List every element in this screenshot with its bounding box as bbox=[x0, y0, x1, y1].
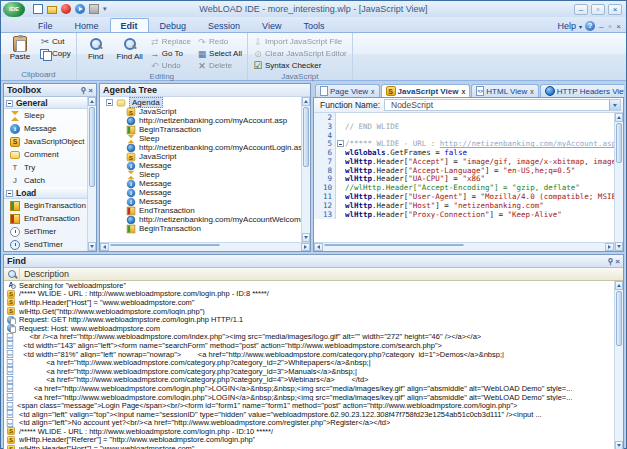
code-line[interactable]: 4 bbox=[314, 131, 614, 140]
toolbox-item[interactable]: Message bbox=[4, 122, 87, 135]
tab-home[interactable]: Home bbox=[64, 18, 110, 32]
find-result-row[interactable]: <a href="http://www.webloadmpstore.com/l… bbox=[4, 393, 614, 402]
go-to-button[interactable]: →Go To bbox=[148, 48, 193, 59]
editor-vscrollbar[interactable] bbox=[614, 113, 623, 251]
pin-icon[interactable]: ⚲ bbox=[80, 86, 86, 95]
code-line[interactable]: 2 bbox=[314, 113, 614, 122]
code-line[interactable]: 9wlHttp.Header["UA-CPU"] = "x86" bbox=[314, 175, 614, 184]
tab-http-headers-view[interactable]: HTTP Headers View x bbox=[540, 84, 624, 97]
tree-item[interactable]: http://netizenbanking.com/myAccountWelco… bbox=[100, 215, 301, 224]
clear-javascript-editor-button[interactable]: ⊘Clear JavaScript Editor bbox=[251, 48, 349, 59]
agenda-hscrollbar[interactable] bbox=[100, 242, 310, 251]
tab-close-icon[interactable]: x bbox=[371, 88, 375, 95]
tree-item[interactable]: JavaScript bbox=[100, 107, 301, 116]
help-dropdown-icon[interactable]: ▾ bbox=[579, 23, 582, 30]
fold-icon[interactable] bbox=[337, 140, 344, 147]
find-result-row[interactable]: Request: GET http://www.webloadmpstore.c… bbox=[4, 315, 614, 324]
editor-hscrollbar[interactable] bbox=[314, 242, 614, 251]
code-line[interactable]: 11wlHttp.Header["User-Agent"] = "Mozilla… bbox=[314, 192, 614, 201]
find-column-header[interactable]: Description bbox=[4, 268, 623, 281]
close-icon[interactable]: × bbox=[615, 257, 620, 266]
syntax-checker-button[interactable]: ☑Syntax Checker bbox=[251, 60, 349, 71]
find-result-row[interactable]: <a href="http://www.webloadmpstore.com/l… bbox=[4, 384, 614, 393]
find-result-row[interactable]: /***** WLIDE - URL : http://www.webloadm… bbox=[4, 290, 614, 299]
mdi-restore-button[interactable]: ▫ bbox=[607, 22, 612, 31]
tree-item[interactable]: EndTransaction bbox=[100, 206, 301, 215]
toolbox-item[interactable]: Catch bbox=[4, 174, 87, 187]
pin-icon[interactable]: ⚲ bbox=[607, 257, 613, 266]
mdi-minimize-button[interactable]: – bbox=[598, 22, 604, 31]
cut-button[interactable]: ✂Cut bbox=[38, 36, 73, 47]
toolbox-section-header[interactable]: Load bbox=[4, 187, 87, 199]
close-icon[interactable]: × bbox=[88, 86, 93, 95]
tab-close-icon[interactable]: x bbox=[530, 88, 534, 95]
tab-view[interactable]: View bbox=[251, 18, 292, 32]
find-result-row[interactable]: wlHttp.Header["Host"] = "www.webloadmpst… bbox=[4, 298, 614, 307]
find-button[interactable]: Find bbox=[80, 34, 112, 61]
collapse-icon[interactable] bbox=[6, 190, 13, 197]
tree-root[interactable]: Agenda bbox=[100, 98, 301, 107]
tab-javascript-view[interactable]: JavaScript View x bbox=[381, 84, 471, 97]
redo-button[interactable]: ↷Redo bbox=[195, 36, 244, 47]
minimize-button[interactable]: – bbox=[574, 4, 588, 15]
find-all-button[interactable]: Find All bbox=[114, 34, 146, 61]
tab-session[interactable]: Session bbox=[197, 18, 251, 32]
code-line[interactable]: 3// END WLIDE bbox=[314, 122, 614, 131]
paste-button[interactable]: Paste bbox=[4, 34, 36, 61]
tree-item[interactable]: JavaScript bbox=[100, 152, 301, 161]
copy-button[interactable]: Copy bbox=[38, 48, 73, 59]
tab-close-icon[interactable]: x bbox=[461, 88, 465, 95]
code-line[interactable]: 6wlGlobals.GetFrames = false bbox=[314, 148, 614, 157]
find-result-row[interactable]: /***** WLIDE - URL : http://www.webloadm… bbox=[4, 427, 614, 436]
tree-item[interactable]: Message bbox=[100, 161, 301, 170]
tree-item[interactable]: http://netizenbanking.com/myAccountLogin… bbox=[100, 143, 301, 152]
play-icon[interactable] bbox=[75, 4, 85, 14]
find-result-row[interactable]: wlHttp.Header["Host"] = "www.webloadmpst… bbox=[4, 444, 614, 449]
toolbox-item[interactable]: Try bbox=[4, 161, 87, 174]
import-javascript-file-button[interactable]: ⇩Import JavaScript File bbox=[251, 36, 349, 47]
mdi-close-button[interactable]: × bbox=[615, 22, 622, 31]
code-editor[interactable]: 23// END WLIDE45/***** WLIDE - URL : htt… bbox=[314, 113, 614, 242]
code-line[interactable]: 10//wlHttp.Header["Accept-Encoding"] = "… bbox=[314, 183, 614, 192]
find-result-row[interactable]: <br /><a href="http://www.webloadmpstore… bbox=[4, 333, 614, 342]
replace-button[interactable]: ⇄Replace bbox=[148, 36, 193, 47]
tab-html-view[interactable]: HTML View x bbox=[471, 84, 538, 97]
tab-tools[interactable]: Tools bbox=[292, 18, 335, 32]
toolbox-item[interactable]: SetTimer bbox=[4, 225, 87, 238]
undo-button[interactable]: ↶Undo bbox=[148, 60, 193, 71]
find-result-row[interactable]: wlHttp.Header["Referer"] = "http://www.w… bbox=[4, 436, 614, 445]
tree-item[interactable]: Sleep bbox=[100, 170, 301, 179]
find-result-row[interactable]: <a href="http://www.webloadmpstore.com/c… bbox=[4, 376, 614, 385]
find-result-row[interactable]: <a href="http://www.webloadmpstore.com/c… bbox=[4, 367, 614, 376]
find-result-row[interactable]: <td align="left" valign="top"><input nam… bbox=[4, 410, 614, 419]
find-result-row[interactable]: Searching for "webloadmpstore" bbox=[4, 281, 614, 290]
find-result-row[interactable]: Request: Host: www.webloadmpstore.com bbox=[4, 324, 614, 333]
toolbox-item[interactable]: JavaScriptObject bbox=[4, 135, 87, 148]
code-line[interactable]: 5/***** WLIDE - URL : http://netizenbank… bbox=[314, 139, 614, 148]
toolbox-item[interactable]: Sleep bbox=[4, 109, 87, 122]
collapse-icon[interactable] bbox=[106, 99, 113, 106]
tree-item[interactable]: Sleep bbox=[100, 134, 301, 143]
code-line[interactable]: 13wlHttp.Header["Proxy-Connection"] = "K… bbox=[314, 210, 614, 219]
help-icon[interactable]: ? bbox=[585, 21, 595, 31]
find-scrollbar[interactable] bbox=[614, 281, 623, 449]
toolbox-item[interactable]: Comment bbox=[4, 148, 87, 161]
close-button[interactable]: × bbox=[608, 4, 622, 15]
delete-button[interactable]: ✕Delete bbox=[195, 60, 244, 71]
tab-edit[interactable]: Edit bbox=[110, 18, 149, 32]
restore-button[interactable]: ▫ bbox=[591, 4, 605, 15]
tab-debug[interactable]: Debug bbox=[149, 18, 198, 32]
toolbox-item[interactable]: SendTimer bbox=[4, 238, 87, 251]
toolbox-item[interactable]: EndTransaction bbox=[4, 212, 87, 225]
find-result-row[interactable]: wlHttp.Get("http://www.webloadmpstore.co… bbox=[4, 307, 614, 316]
toolbox-section-header[interactable]: General bbox=[4, 97, 87, 109]
tab-page-view[interactable]: Page View x bbox=[315, 84, 380, 97]
agenda-vscrollbar[interactable] bbox=[301, 97, 310, 242]
tree-item[interactable]: Message bbox=[100, 188, 301, 197]
toolbox-scrollbar[interactable] bbox=[87, 97, 96, 251]
tree-item[interactable]: Message bbox=[100, 179, 301, 188]
code-line[interactable]: 7wlHttp.Header["Accept"] = "image/gif, i… bbox=[314, 157, 614, 166]
collapse-icon[interactable] bbox=[6, 100, 13, 107]
combo-dropdown-icon[interactable] bbox=[609, 100, 620, 110]
find-result-row[interactable]: <span class="message">Login Page</span><… bbox=[4, 401, 614, 410]
